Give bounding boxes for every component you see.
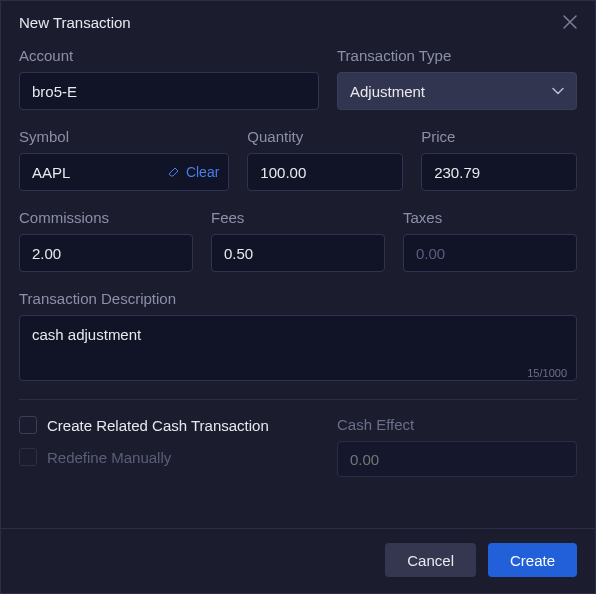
create-button[interactable]: Create xyxy=(488,543,577,577)
titlebar: New Transaction xyxy=(1,1,595,41)
account-label: Account xyxy=(19,47,319,64)
clear-symbol-button[interactable]: Clear xyxy=(168,164,219,180)
fees-label: Fees xyxy=(211,209,385,226)
dialog-footer: Cancel Create xyxy=(1,528,595,593)
redefine-manually-checkbox xyxy=(19,448,37,466)
fees-input[interactable] xyxy=(211,234,385,272)
quantity-input[interactable] xyxy=(247,153,403,191)
transaction-type-label: Transaction Type xyxy=(337,47,577,64)
description-field: Transaction Description 15/1000 xyxy=(19,290,577,385)
description-counter: 15/1000 xyxy=(527,367,567,379)
options-row: Create Related Cash Transaction Redefine… xyxy=(19,416,577,480)
cash-effect-input xyxy=(337,441,577,477)
taxes-input[interactable] xyxy=(403,234,577,272)
cancel-button[interactable]: Cancel xyxy=(385,543,476,577)
description-input[interactable] xyxy=(19,315,577,381)
clear-label: Clear xyxy=(186,164,219,180)
commissions-field: Commissions xyxy=(19,209,193,272)
transaction-type-select[interactable]: Adjustment xyxy=(337,72,577,110)
create-related-row: Create Related Cash Transaction xyxy=(19,416,319,434)
transaction-type-value: Adjustment xyxy=(350,83,425,100)
taxes-field: Taxes xyxy=(403,209,577,272)
symbol-label: Symbol xyxy=(19,128,229,145)
new-transaction-dialog: New Transaction Account Transaction Type… xyxy=(0,0,596,594)
create-related-checkbox[interactable] xyxy=(19,416,37,434)
dialog-title: New Transaction xyxy=(19,14,131,31)
chevron-down-icon xyxy=(552,87,564,95)
dialog-content: Account Transaction Type Adjustment Symb… xyxy=(1,41,595,528)
transaction-type-field: Transaction Type Adjustment xyxy=(337,47,577,110)
account-input[interactable] xyxy=(19,72,319,110)
quantity-label: Quantity xyxy=(247,128,403,145)
account-field: Account xyxy=(19,47,319,110)
description-label: Transaction Description xyxy=(19,290,577,307)
redefine-manually-row: Redefine Manually xyxy=(19,448,319,466)
close-icon xyxy=(563,15,577,29)
commissions-label: Commissions xyxy=(19,209,193,226)
quantity-field: Quantity xyxy=(247,128,403,191)
close-button[interactable] xyxy=(559,11,581,33)
price-label: Price xyxy=(421,128,577,145)
eraser-icon xyxy=(168,166,180,178)
fees-field: Fees xyxy=(211,209,385,272)
price-field: Price xyxy=(421,128,577,191)
cash-effect-label: Cash Effect xyxy=(337,416,577,433)
redefine-manually-label: Redefine Manually xyxy=(47,449,171,466)
taxes-label: Taxes xyxy=(403,209,577,226)
symbol-field: Symbol Clear xyxy=(19,128,229,191)
create-related-label: Create Related Cash Transaction xyxy=(47,417,269,434)
commissions-input[interactable] xyxy=(19,234,193,272)
divider xyxy=(19,399,577,400)
price-input[interactable] xyxy=(421,153,577,191)
